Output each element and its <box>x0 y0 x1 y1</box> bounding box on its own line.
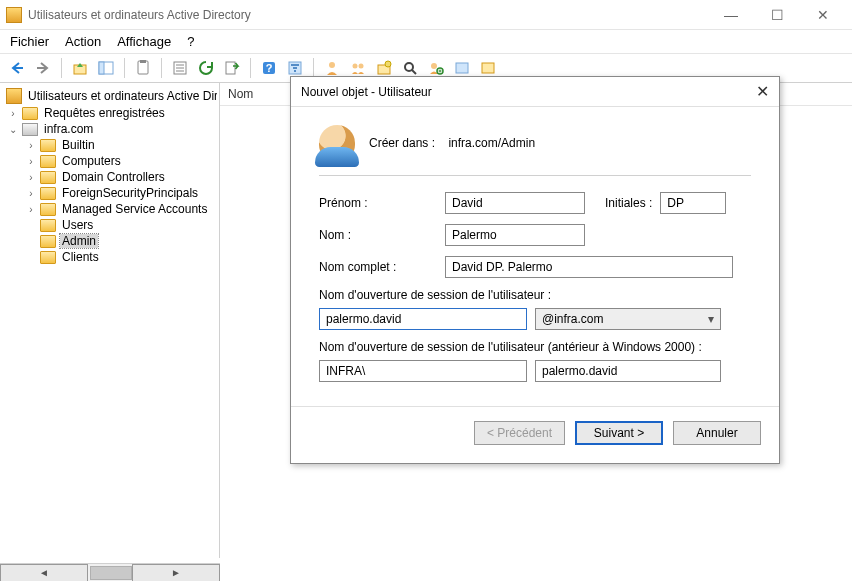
tree-managed-service-accounts[interactable]: › Managed Service Accounts <box>2 201 217 217</box>
close-button[interactable]: ✕ <box>800 0 846 30</box>
scroll-thumb[interactable] <box>90 566 132 580</box>
menu-help[interactable]: ? <box>187 34 194 49</box>
folder-icon <box>40 203 56 216</box>
label-full-name: Nom complet : <box>319 260 445 274</box>
dialog-title: Nouvel objet - Utilisateur <box>301 85 756 99</box>
ou-icon <box>40 235 56 248</box>
show-hide-tree-button[interactable] <box>95 57 117 79</box>
divider <box>319 175 751 176</box>
user-icon <box>319 125 355 161</box>
tree-domain-controllers[interactable]: › Domain Controllers <box>2 169 217 185</box>
svg-line-19 <box>412 70 416 74</box>
svg-text:?: ? <box>266 62 273 74</box>
label-first-name: Prénom : <box>319 196 445 210</box>
properties-button[interactable] <box>169 57 191 79</box>
initials-field[interactable] <box>660 192 726 214</box>
aduc-root-icon <box>6 88 22 104</box>
domain-icon <box>22 123 38 136</box>
tree-saved-queries[interactable]: › Requêtes enregistrées <box>2 105 217 121</box>
menu-view[interactable]: Affichage <box>117 34 171 49</box>
folder-icon <box>22 107 38 120</box>
tree-foreign-security-principals[interactable]: › ForeignSecurityPrincipals <box>2 185 217 201</box>
next-button[interactable]: Suivant > <box>575 421 663 445</box>
tree-clients[interactable]: Clients <box>2 249 217 265</box>
user-logon-name-field[interactable] <box>319 308 527 330</box>
nav-back-button[interactable] <box>6 57 28 79</box>
svg-point-15 <box>359 64 364 69</box>
tree-computers[interactable]: › Computers <box>2 153 217 169</box>
svg-point-14 <box>353 64 358 69</box>
tree-computers-label: Computers <box>60 154 123 168</box>
last-name-field[interactable] <box>445 224 585 246</box>
tree-users-label: Users <box>60 218 95 232</box>
new-object-user-dialog: Nouvel objet - Utilisateur ✕ Créer dans … <box>290 76 780 464</box>
svg-rect-2 <box>99 62 104 74</box>
netbios-domain-field: INFRA\ <box>319 360 527 382</box>
label-logon-name: Nom d'ouverture de session de l'utilisat… <box>319 288 751 302</box>
tree-fsp-label: ForeignSecurityPrincipals <box>60 186 200 200</box>
label-initials: Initiales : <box>605 196 652 210</box>
svg-rect-25 <box>482 63 494 73</box>
tree-root[interactable]: Utilisateurs et ordinateurs Active Direc… <box>2 87 217 105</box>
menu-action[interactable]: Action <box>65 34 101 49</box>
svg-point-17 <box>385 61 391 67</box>
up-button[interactable] <box>69 57 91 79</box>
tree-domain-label: infra.com <box>42 122 95 136</box>
label-last-name: Nom : <box>319 228 445 242</box>
maximize-button[interactable]: ☐ <box>754 0 800 30</box>
upn-suffix-value: @infra.com <box>542 312 604 326</box>
folder-icon <box>40 219 56 232</box>
cut-icon[interactable] <box>132 57 154 79</box>
tree-builtin[interactable]: › Builtin <box>2 137 217 153</box>
svg-rect-24 <box>456 63 468 73</box>
window-controls: — ☐ ✕ <box>708 0 846 30</box>
svg-rect-4 <box>140 60 146 63</box>
menu-file[interactable]: Fichier <box>10 34 49 49</box>
ou-icon <box>40 251 56 264</box>
tree-msa-label: Managed Service Accounts <box>60 202 209 216</box>
tree-clients-label: Clients <box>60 250 101 264</box>
help-button[interactable]: ? <box>258 57 280 79</box>
folder-icon <box>40 171 56 184</box>
tree-hscrollbar[interactable]: ◄ ► <box>0 563 220 581</box>
tree-admin[interactable]: Admin <box>2 233 217 249</box>
svg-point-20 <box>431 63 437 69</box>
svg-point-18 <box>405 63 413 71</box>
upn-suffix-dropdown[interactable]: @infra.com ▾ <box>535 308 721 330</box>
tree-builtin-label: Builtin <box>60 138 97 152</box>
first-name-field[interactable] <box>445 192 585 214</box>
scroll-left-button[interactable]: ◄ <box>0 564 88 582</box>
dialog-titlebar: Nouvel objet - Utilisateur ✕ <box>291 77 779 107</box>
chevron-down-icon: ▾ <box>708 312 714 326</box>
create-in-path: infra.com/Admin <box>448 136 535 150</box>
back-button[interactable]: < Précédent <box>474 421 565 445</box>
folder-icon <box>40 187 56 200</box>
app-icon <box>6 7 22 23</box>
dialog-button-row: < Précédent Suivant > Annuler <box>291 406 779 463</box>
scroll-right-button[interactable]: ► <box>132 564 220 582</box>
minimize-button[interactable]: — <box>708 0 754 30</box>
netbios-domain-value: INFRA\ <box>326 364 365 378</box>
tree-root-label: Utilisateurs et ordinateurs Active Direc… <box>26 89 217 103</box>
tree-pane[interactable]: Utilisateurs et ordinateurs Active Direc… <box>0 83 220 558</box>
title-bar: Utilisateurs et ordinateurs Active Direc… <box>0 0 852 30</box>
svg-rect-9 <box>226 62 235 74</box>
create-in-label: Créer dans : <box>369 136 435 150</box>
tree-admin-label: Admin <box>60 234 98 248</box>
export-list-button[interactable] <box>221 57 243 79</box>
full-name-field[interactable] <box>445 256 733 278</box>
menu-bar: Fichier Action Affichage ? <box>0 30 852 53</box>
tree-domain[interactable]: ⌄ infra.com <box>2 121 217 137</box>
dialog-close-button[interactable]: ✕ <box>756 82 769 101</box>
samaccountname-field[interactable] <box>535 360 721 382</box>
tree-users[interactable]: Users <box>2 217 217 233</box>
cancel-button[interactable]: Annuler <box>673 421 761 445</box>
tree-saved-queries-label: Requêtes enregistrées <box>42 106 167 120</box>
folder-icon <box>40 139 56 152</box>
tree-dc-label: Domain Controllers <box>60 170 167 184</box>
label-prewin2000-logon: Nom d'ouverture de session de l'utilisat… <box>319 340 751 354</box>
refresh-button[interactable] <box>195 57 217 79</box>
nav-forward-button[interactable] <box>32 57 54 79</box>
create-in-row: Créer dans : infra.com/Admin <box>319 125 751 161</box>
folder-icon <box>40 155 56 168</box>
